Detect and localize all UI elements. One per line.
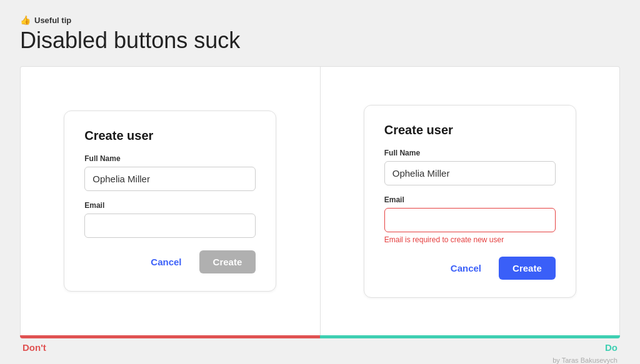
email-error-message: Email is required to create new user <box>384 235 556 244</box>
do-label: Do <box>320 342 620 353</box>
left-card-title: Create user <box>84 129 256 143</box>
tip-text: Useful tip <box>34 16 71 25</box>
left-email-group: Email <box>84 201 256 238</box>
thumbs-up-icon: 👍 <box>20 15 31 25</box>
left-fullname-group: Full Name <box>84 154 256 191</box>
right-fullname-label: Full Name <box>384 149 556 157</box>
right-card-title: Create user <box>384 123 556 137</box>
page-title: Disabled buttons suck <box>20 27 620 54</box>
left-email-input[interactable] <box>84 214 256 238</box>
author-credit: by Taras Bakusevych <box>20 354 620 364</box>
tip-label: 👍 Useful tip <box>20 15 620 25</box>
left-cancel-button[interactable]: Cancel <box>143 252 189 272</box>
right-panel: Create user Full Name Email Email is req… <box>321 67 620 335</box>
bar-row: Don't Do <box>20 335 620 354</box>
comparison-container: Create user Full Name Email Cancel Creat… <box>20 66 620 335</box>
right-create-button[interactable]: Create <box>499 257 556 280</box>
left-card-actions: Cancel Create <box>84 250 256 273</box>
right-card: Create user Full Name Email Email is req… <box>364 105 576 298</box>
label-row: Don't Do <box>20 338 620 354</box>
right-email-input[interactable] <box>384 208 556 232</box>
bottom-section: Don't Do by Taras Bakusevych <box>20 335 620 364</box>
dont-label: Don't <box>20 342 320 353</box>
right-card-actions: Cancel Create <box>384 257 556 280</box>
right-fullname-group: Full Name <box>384 149 556 185</box>
right-email-group: Email Email is required to create new us… <box>384 195 556 244</box>
right-email-label: Email <box>384 195 556 204</box>
left-create-button: Create <box>199 250 256 273</box>
left-panel: Create user Full Name Email Cancel Creat… <box>21 67 321 335</box>
left-fullname-label: Full Name <box>84 154 256 163</box>
right-fullname-input[interactable] <box>384 161 556 185</box>
right-cancel-button[interactable]: Cancel <box>443 258 489 278</box>
left-email-label: Email <box>84 201 256 210</box>
left-fullname-input[interactable] <box>84 167 256 191</box>
left-card: Create user Full Name Email Cancel Creat… <box>64 111 276 292</box>
